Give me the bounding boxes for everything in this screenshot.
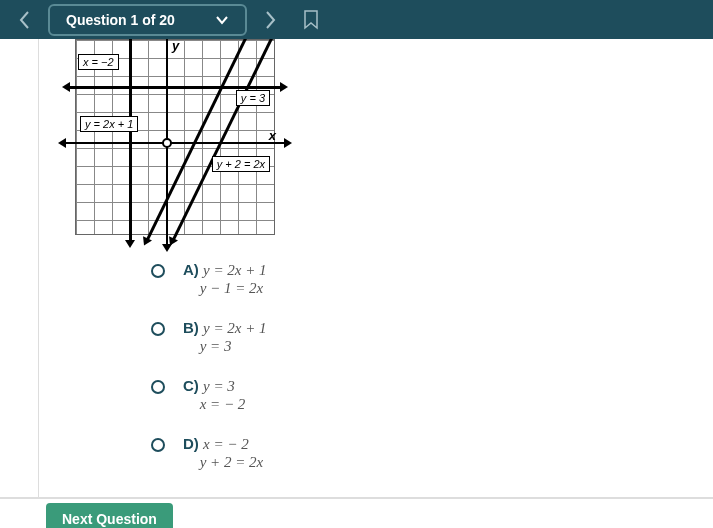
- question-content: x y x = −2 y = 3 y = 2x + 1 y + 2 = 2x A…: [38, 39, 713, 497]
- answer-option-c[interactable]: C) y = 3 x = − 2: [151, 377, 713, 413]
- radio-b[interactable]: [151, 322, 165, 336]
- chevron-right-icon: [265, 10, 277, 30]
- answer-text-c: C) y = 3 x = − 2: [183, 377, 245, 413]
- answer-label-d: D): [183, 435, 199, 452]
- next-question-arrow[interactable]: [255, 4, 287, 36]
- answer-option-a[interactable]: A) y = 2x + 1 y − 1 = 2x: [151, 261, 713, 297]
- answer-d-line1: x = − 2: [203, 436, 249, 452]
- y-axis-label: y: [172, 39, 179, 53]
- radio-d[interactable]: [151, 438, 165, 452]
- x-axis-label: x: [269, 128, 276, 143]
- answer-a-line1: y = 2x + 1: [203, 262, 267, 278]
- answer-label-b: B): [183, 319, 199, 336]
- header-bar: Question 1 of 20: [0, 0, 713, 39]
- graph-label-2: y = 3: [236, 90, 270, 106]
- radio-c[interactable]: [151, 380, 165, 394]
- answer-a-line2: y − 1 = 2x: [200, 280, 264, 296]
- answer-option-d[interactable]: D) x = − 2 y + 2 = 2x: [151, 435, 713, 471]
- answer-c-line1: y = 3: [203, 378, 235, 394]
- answer-text-d: D) x = − 2 y + 2 = 2x: [183, 435, 263, 471]
- graph-label-4: y + 2 = 2x: [212, 156, 270, 172]
- answer-d-line2: y + 2 = 2x: [200, 454, 264, 470]
- chevron-down-icon: [215, 15, 229, 25]
- graph-container: x y x = −2 y = 3 y = 2x + 1 y + 2 = 2x: [39, 39, 713, 245]
- prev-question-button[interactable]: [8, 4, 40, 36]
- graph-line-diag-1: [146, 39, 250, 241]
- answer-c-line2: x = − 2: [200, 396, 246, 412]
- graph-line-horizontal: [68, 86, 282, 89]
- open-point-icon: [162, 138, 172, 148]
- next-question-button[interactable]: Next Question: [46, 503, 173, 528]
- footer-bar: Next Question: [0, 497, 713, 528]
- answer-option-b[interactable]: B) y = 2x + 1 y = 3: [151, 319, 713, 355]
- answer-label-a: A): [183, 261, 199, 278]
- coordinate-graph: x y x = −2 y = 3 y = 2x + 1 y + 2 = 2x: [75, 39, 275, 235]
- radio-a[interactable]: [151, 264, 165, 278]
- answer-b-line1: y = 2x + 1: [203, 320, 267, 336]
- answer-text-a: A) y = 2x + 1 y − 1 = 2x: [183, 261, 267, 297]
- graph-label-3: y = 2x + 1: [80, 116, 138, 132]
- answer-text-b: B) y = 2x + 1 y = 3: [183, 319, 267, 355]
- question-selector[interactable]: Question 1 of 20: [48, 4, 247, 36]
- answer-label-c: C): [183, 377, 199, 394]
- graph-label-1: x = −2: [78, 54, 119, 70]
- answer-choices: A) y = 2x + 1 y − 1 = 2x B) y = 2x + 1 y…: [39, 245, 713, 471]
- graph-line-diag-2: [172, 39, 276, 241]
- graph-line-vertical: [129, 39, 132, 242]
- answer-b-line2: y = 3: [200, 338, 232, 354]
- chevron-left-icon: [18, 10, 30, 30]
- bookmark-button[interactable]: [295, 4, 327, 36]
- question-selector-label: Question 1 of 20: [66, 12, 175, 28]
- bookmark-icon: [303, 10, 319, 30]
- x-axis: [66, 142, 284, 144]
- left-sidebar: [0, 39, 38, 528]
